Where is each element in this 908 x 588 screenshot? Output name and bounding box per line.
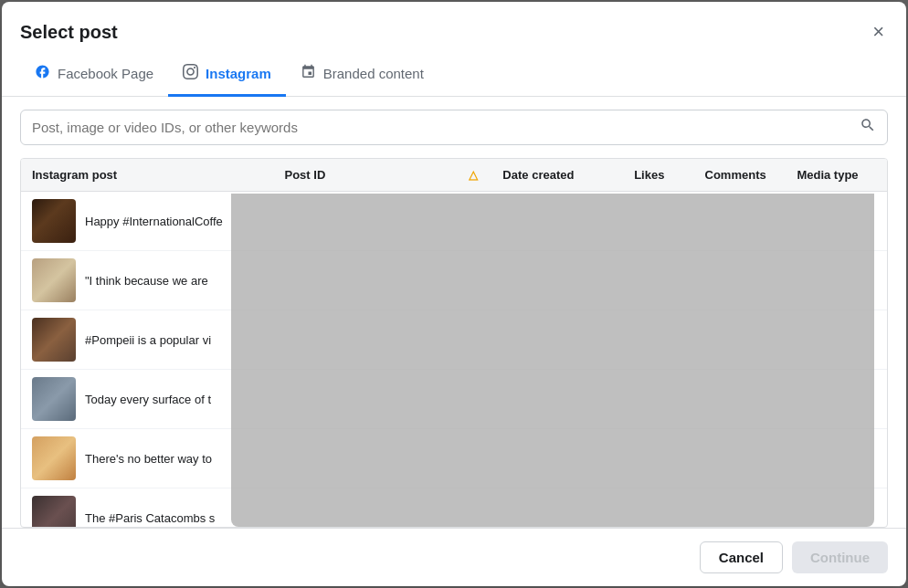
post-comments [694,251,787,310]
col-mediatype: Media type [786,159,887,192]
branded-icon [301,64,316,83]
post-cell: Happy #InternationalCoffe [21,192,273,251]
post-likes [623,429,693,488]
tab-instagram[interactable]: Instagram [168,53,286,97]
table-scroll[interactable]: Instagram post Post ID △ Date created Li… [21,159,887,527]
post-date [491,192,623,251]
post-likes [623,310,693,370]
post-warning [456,251,492,310]
warning-header-icon: △ [469,168,478,182]
post-warning [456,310,492,370]
post-warning [456,370,492,429]
post-thumbnail [32,258,76,302]
post-comments [694,488,787,528]
search-bar [20,110,888,145]
post-cell: The #Paris Catacombs s [21,488,273,528]
tab-branded-label: Branded content [323,66,424,81]
table-row[interactable]: There's no better way to [21,429,887,488]
post-warning [456,488,492,528]
facebook-icon [35,64,50,83]
col-post: Instagram post [21,159,273,192]
tab-bar: Facebook Page Instagram Branded content [2,53,906,97]
post-id [273,429,455,488]
search-icon [860,117,876,138]
posts-table: Instagram post Post ID △ Date created Li… [20,158,888,528]
instagram-icon [183,64,198,83]
post-warning [456,192,492,251]
post-text: Today every surface of t [85,393,211,406]
post-id [273,488,455,528]
modal-footer: Cancel Continue [2,528,906,586]
post-mediatype [786,251,887,310]
col-likes: Likes [623,159,693,192]
post-text: Happy #InternationalCoffe [85,215,223,228]
post-thumbnail [32,377,76,421]
post-cell: #Pompeii is a popular vi [21,310,273,370]
post-mediatype [786,488,887,528]
post-cell: There's no better way to [21,429,273,488]
post-thumbnail [32,496,76,527]
post-id [273,251,455,310]
tab-facebook-label: Facebook Page [58,66,153,81]
post-comments [694,192,787,251]
post-date [491,488,623,528]
post-id [273,310,455,370]
cancel-button[interactable]: Cancel [700,541,783,573]
post-thumbnail [32,436,76,480]
post-text: There's no better way to [85,452,212,466]
modal-title: Select post [20,22,118,43]
post-date [491,310,623,370]
post-thumbnail [32,199,76,243]
post-thumbnail [32,318,76,362]
post-mediatype [786,310,887,370]
post-text: "I think because we are [85,274,208,288]
post-text: The #Paris Catacombs s [85,511,215,525]
post-id [273,370,455,429]
post-warning [456,429,492,488]
post-likes [623,488,693,528]
post-text: #Pompeii is a popular vi [85,333,211,347]
post-date [491,251,623,310]
post-id [273,192,455,251]
search-input[interactable] [32,110,860,144]
tab-facebook[interactable]: Facebook Page [20,53,168,97]
modal-header: Select post × [2,2,906,46]
table-row[interactable]: The #Paris Catacombs s [21,488,887,528]
post-date [491,370,623,429]
post-cell: "I think because we are [21,251,273,310]
post-comments [694,429,787,488]
post-likes [623,251,693,310]
post-likes [623,192,693,251]
table-row[interactable]: #Pompeii is a popular vi [21,310,887,370]
post-likes [623,370,693,429]
post-mediatype [786,192,887,251]
continue-button[interactable]: Continue [792,541,888,573]
col-postid: Post ID [273,159,455,192]
post-comments [694,370,787,429]
modal-overlay: Select post × Facebook Page Instagram [0,0,908,588]
post-mediatype [786,370,887,429]
post-comments [694,310,787,370]
col-date: Date created [491,159,623,192]
table-row[interactable]: Today every surface of t [21,370,887,429]
modal: Select post × Facebook Page Instagram [2,2,906,586]
col-warning: △ [456,159,492,192]
post-mediatype [786,429,887,488]
table-row[interactable]: "I think because we are [21,251,887,310]
tab-branded[interactable]: Branded content [286,53,438,97]
post-date [491,429,623,488]
table-row[interactable]: Happy #InternationalCoffe [21,192,887,251]
col-comments: Comments [694,159,787,192]
post-cell: Today every surface of t [21,370,273,429]
tab-instagram-label: Instagram [206,66,271,81]
close-button[interactable]: × [869,18,888,46]
